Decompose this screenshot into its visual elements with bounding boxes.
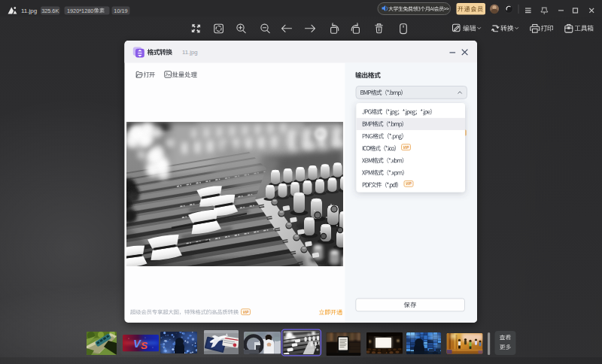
svg-text:325.6K: 325.6K bbox=[41, 8, 59, 14]
svg-text:11.jpg: 11.jpg bbox=[182, 49, 198, 56]
svg-text:VIP: VIP bbox=[403, 146, 409, 150]
svg-text:11.jpg: 11.jpg bbox=[21, 8, 37, 14]
svg-text:VIP: VIP bbox=[406, 182, 412, 186]
svg-text:S: S bbox=[141, 340, 147, 351]
svg-text:VIP: VIP bbox=[243, 311, 249, 314]
svg-text:1920*1280: 1920*1280 bbox=[67, 8, 93, 14]
svg-text:10/19: 10/19 bbox=[114, 8, 127, 14]
